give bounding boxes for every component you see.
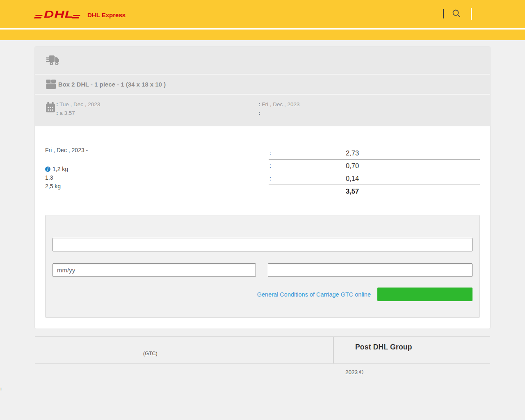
pickup-date: Tue , Dec , 2023 <box>59 101 100 107</box>
pickup-time-line: : a 3.57 <box>56 109 100 117</box>
delivery-time-line: : <box>258 109 490 117</box>
pickup-info: : Tue , Dec , 2023 : a 3.57 <box>35 100 258 126</box>
price-row-label: : <box>269 150 285 156</box>
info-icon[interactable]: i <box>45 167 50 172</box>
price-row-value: 0,70 <box>346 162 359 170</box>
delivery-date: Fri , Dec , 2023 <box>262 101 299 107</box>
payment-row-2 <box>52 263 472 277</box>
card-number-input[interactable] <box>52 238 472 251</box>
expiry-input[interactable] <box>52 263 256 277</box>
price-total-row: 3,57 <box>269 185 480 198</box>
header-top-band: DHL DHL Express <box>0 0 525 30</box>
calendar-icon <box>46 102 55 112</box>
chargeable-weight-value: 2,5 kg <box>45 182 269 191</box>
shipment-card: Box 2 DHL - 1 piece - 1 (34 x 18 x 10 ) <box>35 47 490 329</box>
package-title: Box 2 DHL - 1 piece - 1 (34 x 18 x 10 ) <box>58 81 166 88</box>
price-row: : 0,70 <box>269 160 480 172</box>
truck-fast-icon <box>46 55 60 66</box>
footer: (GTC) Post DHL Group <box>35 336 490 364</box>
logo-speed-lines-left <box>34 15 43 18</box>
delivery-date-line: : Fri , Dec , 2023 <box>258 100 490 109</box>
volumetric-weight-value: 1.3 <box>45 173 269 182</box>
pickup-time: a 3.57 <box>59 110 75 116</box>
price-row: : 2,73 <box>269 147 480 160</box>
shipment-details: Fri , Dec , 2023 - i 1,2 kg 1.3 2,5 kg <box>45 147 269 198</box>
header: DHL DHL Express <box>0 0 525 40</box>
copyright-row: 2023 © <box>35 368 490 376</box>
dates-row: : Tue , Dec , 2023 : a 3.57 : Fri , Dec … <box>35 94 490 126</box>
card-body: Fri , Dec , 2023 - i 1,2 kg 1.3 2,5 kg :… <box>35 126 490 329</box>
stray-info-char: i <box>0 386 2 392</box>
search-icon <box>452 9 461 18</box>
delivery-info: : Fri , Dec , 2023 : <box>258 100 490 126</box>
details-and-pricing: Fri , Dec , 2023 - i 1,2 kg 1.3 2,5 kg :… <box>45 147 480 198</box>
brand-text: DHL Express <box>87 11 126 18</box>
pricing-table: : 2,73 : 0,70 : 0,14 3,57 <box>269 147 480 198</box>
payment-panel: General Conditions of Carriage GTC onlin… <box>45 215 480 318</box>
header-caret-bar <box>471 8 472 20</box>
package-row: Box 2 DHL - 1 piece - 1 (34 x 18 x 10 ) <box>35 74 490 94</box>
security-code-input[interactable] <box>268 263 472 277</box>
copyright-text: 2023 © <box>345 369 363 375</box>
price-row-value: 0,14 <box>346 175 359 183</box>
price-row-label: : <box>269 175 285 182</box>
weight-value: 1,2 kg <box>52 165 68 173</box>
package-box-icon <box>46 79 56 89</box>
weight-line: i 1,2 kg <box>45 165 269 173</box>
pay-button[interactable] <box>377 288 472 301</box>
delivery-time-label: : <box>258 110 260 116</box>
shipping-method-row <box>35 47 490 74</box>
footer-left-cell: (GTC) <box>35 337 333 363</box>
pickup-time-label: : <box>56 110 58 116</box>
pickup-date-label: : <box>56 101 58 107</box>
footer-right-cell: Post DHL Group <box>333 337 490 363</box>
gtc-link[interactable]: General Conditions of Carriage GTC onlin… <box>257 291 371 298</box>
gtc-note: (GTC) <box>143 351 158 356</box>
weight-details: i 1,2 kg 1.3 2,5 kg <box>45 165 269 191</box>
payment-actions: General Conditions of Carriage GTC onlin… <box>52 288 472 301</box>
price-row-label: : <box>269 162 285 169</box>
header-divider-bar <box>443 9 444 18</box>
shipment-summary: Box 2 DHL - 1 piece - 1 (34 x 18 x 10 ) <box>35 47 490 126</box>
pickup-date-line: : Tue , Dec , 2023 <box>56 100 100 109</box>
search-button[interactable] <box>451 9 462 19</box>
price-row: : 0,14 <box>269 172 480 185</box>
price-row-value: 2,73 <box>346 149 359 157</box>
logo-word: DHL <box>44 10 73 18</box>
header-sub-band <box>0 30 525 40</box>
price-total-value: 3,57 <box>346 187 359 195</box>
delivery-window-text: Fri , Dec , 2023 - <box>45 147 269 153</box>
group-brand-text: Post DHL Group <box>355 343 412 351</box>
logo-speed-lines-right <box>71 15 80 18</box>
delivery-date-label: : <box>258 101 260 107</box>
dhl-logo: DHL <box>35 9 80 20</box>
